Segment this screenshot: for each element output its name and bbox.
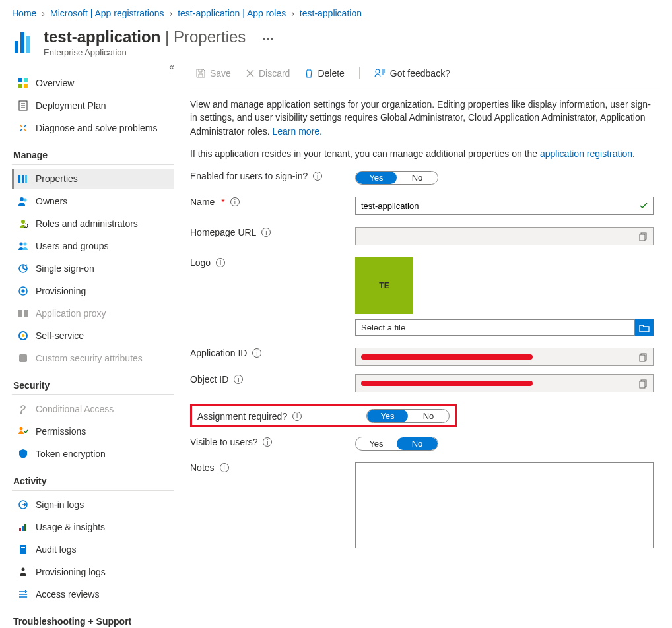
feedback-button[interactable]: Got feedback? xyxy=(369,65,455,81)
sidebar-group-activity: Activity xyxy=(12,466,174,491)
svg-point-34 xyxy=(22,568,25,571)
save-button[interactable]: Save xyxy=(190,65,236,81)
sidebar: « OverviewDeployment PlanDiagnose and so… xyxy=(12,61,174,628)
sidebar-item-label: Owners xyxy=(36,196,67,206)
copy-button[interactable] xyxy=(637,377,650,391)
sidebar-item-sso[interactable]: Single sign-on xyxy=(12,259,174,278)
info-icon[interactable]: i xyxy=(234,375,243,384)
info-icon[interactable]: i xyxy=(261,228,271,237)
visible-yes[interactable]: Yes xyxy=(356,437,397,450)
sidebar-item-label: Deployment Plan xyxy=(36,100,106,111)
svg-point-39 xyxy=(376,69,380,73)
svg-rect-28 xyxy=(22,526,24,531)
enabled-yes[interactable]: Yes xyxy=(356,172,397,184)
app-registration-link[interactable]: application registration xyxy=(540,148,632,159)
svg-rect-23 xyxy=(19,354,27,362)
sidebar-item-deployment[interactable]: Deployment Plan xyxy=(12,96,174,115)
svg-rect-29 xyxy=(24,524,26,531)
enabled-no[interactable]: No xyxy=(397,172,438,184)
description-text: View and manage application settings for… xyxy=(190,99,651,137)
collapse-sidebar-button[interactable]: « xyxy=(169,61,174,72)
sidebar-item-label: Provisioning logs xyxy=(36,567,106,577)
sidebar-item-access[interactable]: Access reviews xyxy=(12,584,174,604)
sidebar-item-permissions[interactable]: Permissions xyxy=(12,422,174,441)
chevron-right-icon: › xyxy=(291,8,294,18)
discard-button[interactable]: Discard xyxy=(240,65,295,81)
svg-rect-32 xyxy=(21,549,25,550)
file-select-label[interactable]: Select a file xyxy=(355,319,635,336)
info-icon[interactable]: i xyxy=(216,258,225,267)
info-icon[interactable]: i xyxy=(252,348,261,358)
breadcrumb: Home › Microsoft | App registrations › t… xyxy=(12,8,660,18)
svg-rect-43 xyxy=(640,355,645,361)
homepage-field xyxy=(355,227,654,245)
sidebar-item-label: Self-service xyxy=(36,330,84,341)
sidebar-item-overview[interactable]: Overview xyxy=(12,73,174,93)
sidebar-item-properties[interactable]: Properties xyxy=(12,169,174,189)
custom-attr-icon xyxy=(17,352,29,364)
sidebar-item-label: Access reviews xyxy=(36,589,99,600)
copy-button[interactable] xyxy=(637,230,650,243)
assign-toggle[interactable]: Yes No xyxy=(366,409,450,423)
more-icon[interactable]: ⋯ xyxy=(262,32,274,45)
enabled-toggle[interactable]: Yes No xyxy=(355,171,438,185)
logo-label: Logo xyxy=(190,257,211,268)
breadcrumb-home[interactable]: Home xyxy=(12,8,36,18)
sidebar-item-label: Properties xyxy=(36,173,78,184)
file-browse-button[interactable] xyxy=(635,319,654,336)
sidebar-item-usage[interactable]: Usage & insights xyxy=(12,517,174,537)
breadcrumb-app-registrations[interactable]: Microsoft | App registrations xyxy=(50,8,164,18)
svg-point-12 xyxy=(24,199,27,202)
sidebar-item-provisioning[interactable]: Provisioning xyxy=(12,281,174,301)
sidebar-item-token[interactable]: Token encryption xyxy=(12,444,174,464)
app-bars-icon xyxy=(15,32,36,53)
info-icon[interactable]: i xyxy=(230,197,240,206)
copy-button[interactable] xyxy=(637,351,650,364)
visible-no[interactable]: No xyxy=(397,437,438,450)
info-icon[interactable]: i xyxy=(292,412,302,421)
sidebar-item-users-groups[interactable]: Users and groups xyxy=(12,236,174,256)
sidebar-item-roles[interactable]: Roles and administrators xyxy=(12,214,174,234)
objid-label: Object ID xyxy=(190,374,228,385)
sidebar-group-manage: Manage xyxy=(12,141,174,165)
info-icon[interactable]: i xyxy=(220,463,229,472)
assign-yes[interactable]: Yes xyxy=(367,410,408,422)
notes-textarea[interactable] xyxy=(355,462,654,548)
title-separator: | xyxy=(165,28,174,46)
chevron-right-icon: › xyxy=(170,8,173,18)
sidebar-item-owners[interactable]: Owners xyxy=(12,191,174,211)
breadcrumb-app-roles[interactable]: test-application | App roles xyxy=(178,8,286,18)
command-bar: Save Discard Delete Got feedback? xyxy=(190,61,660,88)
sidebar-item-audit[interactable]: Audit logs xyxy=(12,540,174,559)
info-icon[interactable]: i xyxy=(313,172,322,181)
assign-no[interactable]: No xyxy=(408,410,449,422)
discard-icon xyxy=(246,69,255,78)
deployment-icon xyxy=(17,100,29,111)
sidebar-item-self-service[interactable]: Self-service xyxy=(12,326,174,346)
svg-rect-8 xyxy=(18,175,20,183)
delete-button[interactable]: Delete xyxy=(299,65,349,81)
sidebar-item-signin[interactable]: Sign-in logs xyxy=(12,495,174,515)
visible-toggle[interactable]: Yes No xyxy=(355,437,438,451)
sidebar-item-app-proxy: Application proxy xyxy=(12,303,174,323)
overview-icon xyxy=(17,77,29,89)
enabled-label: Enabled for users to sign-in? xyxy=(190,171,308,181)
svg-rect-19 xyxy=(18,310,22,317)
feedback-icon xyxy=(374,68,386,78)
name-input[interactable] xyxy=(356,197,634,214)
visible-label: Visible to users? xyxy=(190,437,257,447)
info-icon[interactable]: i xyxy=(263,437,272,447)
sidebar-item-label: Usage & insights xyxy=(36,522,105,532)
sidebar-item-provlogs[interactable]: Provisioning logs xyxy=(12,562,174,582)
app-name: test-application xyxy=(44,28,160,46)
access-icon xyxy=(17,588,29,600)
breadcrumb-current[interactable]: test-application xyxy=(300,8,362,18)
audit-icon xyxy=(17,544,29,555)
sidebar-item-label: Users and groups xyxy=(36,241,109,251)
sidebar-item-label: Token encryption xyxy=(36,449,106,459)
learn-more-link[interactable]: Learn more. xyxy=(272,126,321,137)
token-icon xyxy=(17,448,29,460)
sidebar-item-diagnose[interactable]: Diagnose and solve problems xyxy=(12,118,174,138)
svg-rect-9 xyxy=(22,175,24,183)
sidebar-item-label: Custom security attributes xyxy=(36,353,143,363)
